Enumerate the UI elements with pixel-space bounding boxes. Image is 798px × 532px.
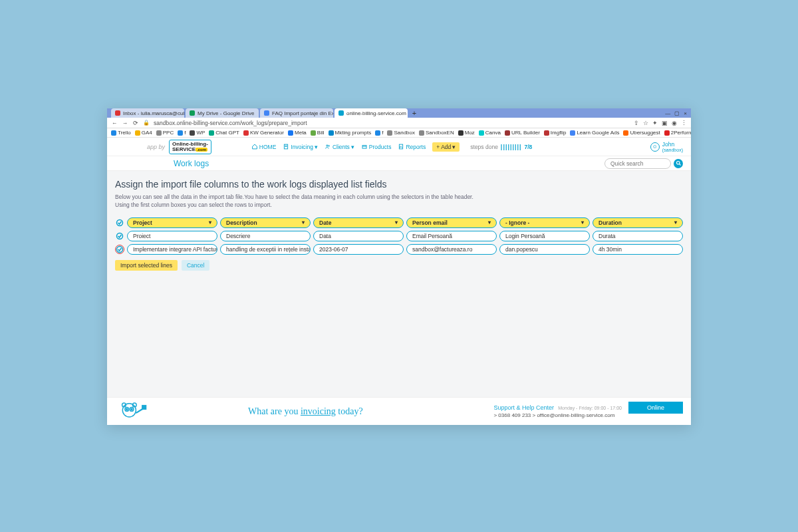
browser-tab-active[interactable]: online-billing-service.com : S…× [334, 108, 408, 118]
search-icon[interactable] [674, 159, 683, 168]
brand-logo[interactable]: Online-billing- SERVICE.com [169, 140, 211, 154]
chevron-down-icon: ▾ [488, 219, 491, 227]
tab-label: Inbox - iulia.marusca@cubu… [123, 110, 184, 116]
bookmark-label: Imgflip [551, 130, 567, 136]
user-name: John [662, 141, 683, 148]
bookmark-favicon-icon [329, 130, 334, 136]
bookmark-item[interactable]: GA4 [135, 130, 152, 136]
steps-indicator: steps done ||||||||| 7/8 [470, 144, 532, 150]
bookmark-label: Trello [118, 130, 131, 136]
svg-point-15 [122, 403, 136, 416]
column-select[interactable]: Duration▾ [593, 217, 683, 228]
bookmark-label: Canva [485, 130, 501, 136]
bookmark-item[interactable]: WP [190, 130, 205, 136]
tab-label: My Drive - Google Drive [198, 110, 254, 116]
column-select[interactable]: Person email▾ [406, 217, 497, 228]
new-tab-button[interactable]: + [409, 108, 420, 118]
bookmark-item[interactable]: f [178, 130, 186, 136]
bookmark-item[interactable]: SandboxEN [419, 130, 454, 136]
bookmark-item[interactable]: Bill [311, 130, 325, 136]
bookmark-label: Ubersuggest [630, 130, 660, 136]
nav-reports[interactable]: Reports [398, 144, 426, 150]
svg-point-18 [126, 408, 128, 410]
content-title: Assign the import file columns to the wo… [115, 179, 683, 190]
bookmark-favicon-icon [479, 130, 484, 136]
bookmark-item[interactable]: Learn Google Ads [570, 130, 619, 136]
lock-icon: 🔒 [143, 120, 150, 126]
bookmark-item[interactable]: Meta [288, 130, 307, 136]
avatar-icon[interactable]: ◉ [672, 120, 677, 126]
nav-invoicing[interactable]: Invoicing▾ [283, 144, 318, 150]
nav-products[interactable]: Products [361, 144, 392, 150]
menu-icon[interactable]: ⋮ [681, 120, 687, 126]
column-select[interactable]: Description▾ [220, 217, 311, 228]
nav-clients[interactable]: Clients▾ [325, 144, 354, 150]
bookmark-label: Moz [465, 130, 475, 136]
main-nav: HOME Invoicing▾ Clients▾ Products Report… [251, 142, 533, 152]
bookmark-item[interactable]: Moz [458, 130, 475, 136]
bookmark-item[interactable]: Ubersuggest [623, 130, 660, 136]
column-select[interactable]: - Ignore -▾ [499, 217, 590, 228]
nav-home[interactable]: HOME [251, 144, 277, 150]
bookmark-item[interactable]: Trello [111, 130, 131, 136]
bookmark-favicon-icon [243, 130, 249, 136]
reload-icon[interactable]: ⟳ [132, 120, 139, 126]
bookmark-item[interactable]: Canva [479, 130, 501, 136]
tab-label: online-billing-service.com : S… [346, 110, 408, 116]
bookmark-item[interactable]: Imgflip [544, 130, 567, 136]
data-cell: dan.popescu [499, 244, 590, 255]
bookmark-item[interactable]: Chat GPT [209, 130, 239, 136]
forward-icon[interactable]: → [122, 120, 128, 126]
close-icon[interactable]: × [258, 110, 259, 116]
back-icon[interactable]: ← [111, 120, 118, 126]
share-icon[interactable]: ⇪ [634, 120, 639, 126]
bookmark-item[interactable]: Sandbox [387, 130, 415, 136]
support-contact: > 0368 409 233 > office@online-billing-s… [493, 412, 614, 418]
add-button[interactable]: +Add▾ [432, 142, 460, 152]
import-button[interactable]: Import selected lines [115, 260, 178, 271]
chevron-down-icon: ▾ [395, 219, 398, 227]
support-hours: Monday - Friday: 09:00 - 17:00 [558, 406, 622, 410]
column-select[interactable]: Date▾ [313, 217, 404, 228]
row-checkbox[interactable] [115, 231, 124, 241]
user-menu[interactable]: ☺ John (sandbox) [650, 141, 683, 152]
bookmark-item[interactable]: KW Generator [243, 130, 284, 136]
extension-icon[interactable]: ✦ [652, 120, 658, 126]
svg-point-19 [131, 408, 132, 410]
bookmark-favicon-icon [570, 130, 575, 136]
browser-tab[interactable]: Inbox - iulia.marusca@cubu…× [111, 108, 184, 118]
svg-line-11 [679, 164, 680, 165]
data-cell: Implementare integrare API factureaza.ro… [127, 244, 217, 255]
bookmark-item[interactable]: 2Performant [664, 130, 691, 136]
support-title[interactable]: Support & Help Center [493, 404, 554, 411]
cancel-button[interactable]: Cancel [182, 260, 209, 271]
puzzle-icon[interactable]: ▣ [662, 120, 668, 126]
tab-label: FAQ Import pontaje din Exc… [272, 110, 333, 116]
browser-tab[interactable]: My Drive - Google Drive× [186, 108, 259, 118]
row-checkbox-highlighted[interactable] [115, 245, 124, 254]
bookmark-favicon-icon [387, 130, 392, 136]
maximize-icon[interactable]: ▢ [674, 110, 680, 116]
brand-bot: SERVICE [172, 146, 196, 152]
chat-button[interactable]: Online [628, 402, 683, 414]
window-controls: — ▢ × [665, 108, 691, 118]
sub-header: Work logs [107, 156, 691, 171]
minimize-icon[interactable]: — [665, 110, 670, 116]
bookmark-favicon-icon [190, 130, 195, 136]
bookmark-item[interactable]: URL Builder [505, 130, 540, 136]
browser-tab[interactable]: FAQ Import pontaje din Exc…× [260, 108, 333, 118]
url-text[interactable]: sandbox.online-billing-service.com/work_… [154, 120, 630, 126]
bookmark-item[interactable]: f [375, 130, 383, 136]
search-input[interactable] [604, 158, 671, 169]
column-select[interactable]: Project▾ [127, 217, 217, 228]
bookmark-label: Meta [295, 130, 307, 136]
data-row: Implementare integrare API factureaza.ro… [115, 244, 683, 255]
action-buttons: Import selected lines Cancel [115, 260, 683, 271]
svg-point-13 [117, 233, 123, 239]
app-header: app by Online-billing- SERVICE.com HOME … [107, 138, 691, 156]
star-icon[interactable]: ☆ [643, 120, 648, 126]
select-all-checkbox[interactable] [115, 218, 124, 227]
close-window-icon[interactable]: × [684, 110, 687, 116]
bookmark-item[interactable]: PPC [156, 130, 174, 136]
bookmark-item[interactable]: Mkting prompts [329, 130, 372, 136]
